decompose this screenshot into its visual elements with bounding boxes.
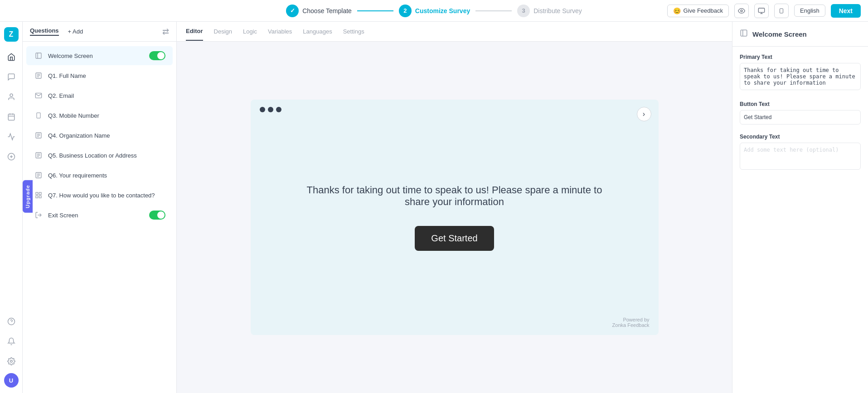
sidebar: Questions + Add ⇄ Welcome Screen Q1. Ful… <box>23 22 177 393</box>
upgrade-button[interactable]: Upgrade <box>23 180 33 213</box>
q5-icon <box>34 150 44 160</box>
desktop-icon-button[interactable] <box>754 4 769 18</box>
step-1-circle: ✓ <box>286 5 299 17</box>
exit-screen-label: Exit Screen <box>48 212 145 219</box>
right-panel: Welcome Screen Primary Text Thanks for t… <box>732 22 868 393</box>
main-layout: Z U Upgrade <box>0 22 868 393</box>
secondary-text-input[interactable] <box>740 143 861 170</box>
step-customize-survey: 2 Customize Survey <box>399 5 470 17</box>
nav-logic[interactable]: Logic <box>243 23 257 40</box>
mobile-icon-button[interactable] <box>774 4 789 18</box>
svg-rect-23 <box>37 113 40 118</box>
sidebar-item-q1[interactable]: Q1. Full Name <box>26 66 173 85</box>
sidebar-item-q6[interactable]: Q6. Your requirements <box>26 166 173 185</box>
welcome-screen-icon <box>34 51 44 61</box>
nav-bell-icon[interactable] <box>3 333 19 350</box>
next-button[interactable]: Next <box>831 4 861 18</box>
powered-by-line1: Powered by <box>623 317 649 322</box>
right-panel-header: Welcome Screen <box>732 22 868 47</box>
primary-text-label: Primary Text <box>740 54 861 60</box>
nav-chat-icon[interactable] <box>3 69 19 85</box>
nav-add-icon[interactable] <box>3 149 19 165</box>
left-nav: Z U <box>0 22 23 393</box>
powered-by-line2: Zonka Feedback <box>612 322 650 328</box>
svg-rect-38 <box>39 192 41 195</box>
nav-calendar-icon[interactable] <box>3 109 19 125</box>
svg-rect-37 <box>36 192 38 195</box>
q5-label: Q5. Business Location or Address <box>48 152 165 159</box>
step-line-2 <box>475 10 512 11</box>
give-feedback-button[interactable]: 😊 Give Feedback <box>667 5 729 17</box>
sidebar-tabs: Questions + Add ⇄ <box>23 22 176 42</box>
right-panel-body: Primary Text Thanks for taking out time … <box>732 47 868 179</box>
sidebar-item-q2[interactable]: Q2. Email <box>26 86 173 105</box>
primary-text-field: Primary Text Thanks for taking out time … <box>740 54 861 92</box>
q2-label: Q2. Email <box>48 92 165 99</box>
dot-1 <box>260 107 265 112</box>
nav-analytics-icon[interactable] <box>3 129 19 145</box>
q1-label: Q1. Full Name <box>48 72 165 79</box>
preview-dots <box>260 107 281 112</box>
sidebar-item-welcome-screen[interactable]: Welcome Screen <box>26 46 173 65</box>
step-1-label: Choose Template <box>302 7 352 14</box>
secondary-text-field: Secondary Text <box>740 134 861 172</box>
sidebar-reorder-icon[interactable]: ⇄ <box>162 27 169 37</box>
give-feedback-label: Give Feedback <box>684 7 723 14</box>
nav-contacts-icon[interactable] <box>3 89 19 105</box>
tab-add[interactable]: + Add <box>68 28 83 35</box>
user-avatar[interactable]: U <box>4 373 19 388</box>
add-label: + Add <box>68 28 83 35</box>
survey-preview: › Thanks for taking out time to speak to… <box>251 100 659 335</box>
q7-icon <box>34 190 44 200</box>
dot-3 <box>276 107 281 112</box>
sidebar-item-q5[interactable]: Q5. Business Location or Address <box>26 146 173 165</box>
sidebar-item-q4[interactable]: Q4. Organization Name <box>26 126 173 145</box>
step-3-label: Distribute Survey <box>533 7 582 14</box>
step-choose-template: ✓ Choose Template <box>286 5 352 17</box>
powered-by: Powered by Zonka Feedback <box>612 317 650 328</box>
primary-text-input[interactable]: Thanks for taking out time to speak to u… <box>740 63 861 90</box>
nav-editor[interactable]: Editor <box>186 22 203 41</box>
preview-next-arrow[interactable]: › <box>637 107 651 121</box>
sidebar-item-q3[interactable]: Q3. Mobile Number <box>26 106 173 125</box>
nav-design[interactable]: Design <box>214 23 232 40</box>
button-text-input[interactable] <box>740 110 861 125</box>
svg-rect-42 <box>741 30 747 36</box>
q6-label: Q6. Your requirements <box>48 172 165 179</box>
q2-icon <box>34 91 44 101</box>
nav-home-icon[interactable] <box>3 49 19 65</box>
tab-questions[interactable]: Questions <box>30 27 59 36</box>
svg-rect-17 <box>36 53 41 58</box>
nav-help-icon[interactable] <box>3 313 19 330</box>
sidebar-list: Welcome Screen Q1. Full Name Q2. Email <box>23 42 176 393</box>
language-button[interactable]: English <box>794 5 825 17</box>
button-text-field: Button Text <box>740 101 861 125</box>
nav-settings-icon[interactable] <box>3 353 19 369</box>
nav-settings[interactable]: Settings <box>343 23 364 40</box>
dot-2 <box>268 107 273 112</box>
secondary-text-label: Secondary Text <box>740 134 861 140</box>
eye-icon-button[interactable] <box>734 4 749 18</box>
svg-point-6 <box>10 94 13 96</box>
right-panel-icon <box>740 29 748 39</box>
svg-rect-4 <box>780 9 783 13</box>
welcome-screen-toggle[interactable] <box>149 51 165 60</box>
preview-main-text: Thanks for taking out time to speak to u… <box>296 184 613 208</box>
q3-label: Q3. Mobile Number <box>48 112 165 119</box>
svg-point-0 <box>741 10 742 12</box>
get-started-button[interactable]: Get Started <box>415 226 494 251</box>
nav-languages[interactable]: Languages <box>303 23 332 40</box>
step-3-circle: 3 <box>517 5 530 17</box>
step-line-1 <box>357 10 393 11</box>
button-text-label: Button Text <box>740 101 861 107</box>
sidebar-item-exit-screen[interactable]: Exit Screen <box>26 206 173 225</box>
top-bar-right: 😊 Give Feedback English Next <box>667 4 861 18</box>
svg-point-16 <box>10 360 12 363</box>
sidebar-item-q7[interactable]: Q7. How would you like to be contacted? <box>26 186 173 205</box>
nav-variables[interactable]: Variables <box>268 23 292 40</box>
app-logo: Z <box>4 27 19 42</box>
svg-rect-39 <box>36 196 38 198</box>
q4-label: Q4. Organization Name <box>48 132 165 139</box>
step-distribute-survey: 3 Distribute Survey <box>517 5 582 17</box>
exit-screen-toggle[interactable] <box>149 211 165 220</box>
